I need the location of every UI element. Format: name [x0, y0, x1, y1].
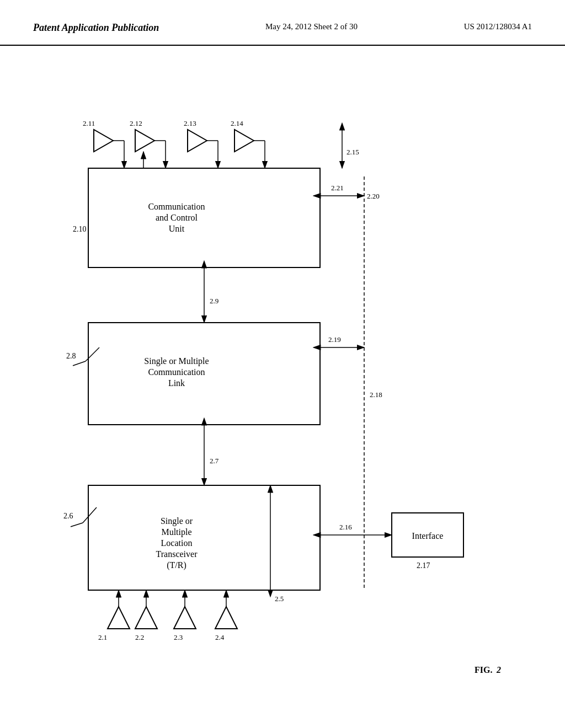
- publication-title: Patent Application Publication: [33, 22, 159, 34]
- svg-text:2: 2: [496, 665, 501, 675]
- label-218: 2.18: [370, 390, 382, 399]
- label-217: 2.17: [417, 561, 430, 570]
- antenna-21: [108, 607, 130, 629]
- svg-text:Link: Link: [168, 378, 185, 388]
- label-219: 2.19: [328, 335, 341, 344]
- svg-text:Location: Location: [161, 538, 193, 548]
- svg-text:and Control: and Control: [156, 213, 198, 222]
- svg-line-10: [73, 361, 86, 366]
- label-29: 2.9: [210, 297, 218, 305]
- label-212: 2.12: [130, 119, 142, 127]
- label-210: 2.10: [73, 225, 87, 233]
- antenna-212: [135, 130, 154, 152]
- label-221: 2.21: [331, 184, 344, 192]
- label-27: 2.7: [210, 457, 219, 465]
- label-22: 2.2: [135, 633, 144, 641]
- antenna-214: [234, 130, 254, 152]
- label-21: 2.1: [98, 633, 107, 641]
- svg-text:Transceiver: Transceiver: [156, 549, 198, 559]
- label-216: 2.16: [339, 523, 352, 531]
- comm-control-box: [88, 168, 320, 267]
- label-213: 2.13: [184, 119, 196, 127]
- antenna-211: [94, 130, 113, 152]
- svg-text:Unit: Unit: [169, 224, 185, 233]
- diagram-area: Communication and Control Unit 2.10 Sing…: [33, 66, 530, 706]
- figure-label: FIG.: [475, 665, 492, 675]
- page: Patent Application Publication May 24, 2…: [0, 0, 565, 728]
- label-220-right: 2.20: [367, 192, 380, 200]
- comm-link-label: Single or Multiple: [144, 356, 209, 366]
- label-23: 2.3: [174, 633, 183, 641]
- label-26: 2.6: [63, 512, 73, 520]
- figure-2-svg: Communication and Control Unit 2.10 Sing…: [33, 66, 530, 706]
- label-214: 2.14: [231, 119, 243, 127]
- comm-control-label: Communication: [148, 202, 205, 211]
- label-24: 2.4: [215, 633, 225, 641]
- label-25: 2.5: [275, 595, 284, 603]
- label-211: 2.11: [83, 119, 95, 127]
- svg-line-15: [83, 507, 97, 523]
- svg-text:Communication: Communication: [148, 367, 205, 377]
- svg-line-9: [86, 347, 99, 361]
- antenna-24: [215, 607, 237, 629]
- svg-text:Multiple: Multiple: [161, 527, 191, 537]
- label-215: 2.15: [347, 148, 359, 156]
- transceiver-box: [88, 485, 320, 590]
- label-28: 2.8: [66, 352, 76, 360]
- antenna-23: [174, 607, 196, 629]
- patent-number: US 2012/128034 A1: [464, 22, 532, 31]
- sheet-info: May 24, 2012 Sheet 2 of 30: [265, 22, 358, 31]
- page-header: Patent Application Publication May 24, 2…: [0, 0, 565, 46]
- antenna-213: [188, 130, 207, 152]
- transceiver-label: Single or: [161, 516, 193, 526]
- antenna-22: [135, 607, 157, 629]
- svg-text:(T/R): (T/R): [167, 560, 186, 570]
- svg-line-16: [71, 523, 83, 527]
- interface-label: Interface: [412, 531, 444, 540]
